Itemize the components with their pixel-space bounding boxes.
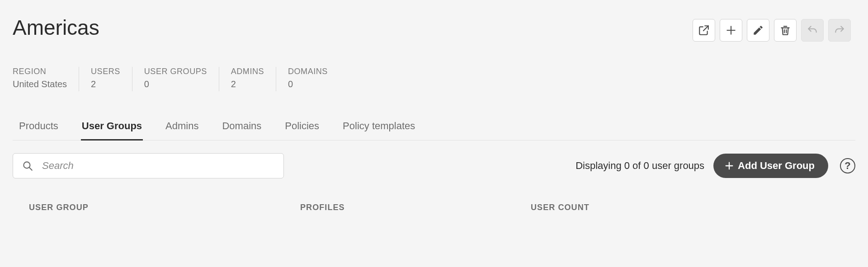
tab-policy-templates[interactable]: Policy templates — [342, 117, 416, 140]
stat-label: USER GROUPS — [144, 67, 207, 76]
add-user-group-button[interactable]: Add User Group — [713, 154, 828, 178]
toolbar — [693, 16, 855, 42]
search-input[interactable] — [13, 153, 284, 178]
tab-user-groups[interactable]: User Groups — [81, 117, 143, 140]
stat-value: 2 — [91, 79, 120, 89]
stat-label: USERS — [91, 67, 120, 76]
tabs: Products User Groups Admins Domains Poli… — [13, 117, 855, 141]
trash-icon — [779, 24, 791, 36]
delete-button[interactable] — [774, 19, 797, 42]
undo-icon — [807, 24, 818, 36]
stat-users: USERS 2 — [91, 67, 132, 91]
page-title: Americas — [13, 16, 99, 39]
add-button[interactable] — [720, 19, 742, 42]
results-count-text: Displaying 0 of 0 user groups — [576, 160, 704, 172]
table-header-row: USER GROUP PROFILES USER COUNT — [13, 203, 855, 212]
tab-admins[interactable]: Admins — [165, 117, 199, 140]
stat-value: United States — [13, 79, 67, 89]
search-icon — [22, 160, 33, 172]
plus-icon — [724, 161, 734, 171]
column-user-count: USER COUNT — [531, 203, 712, 212]
redo-button — [828, 19, 851, 42]
stat-region: REGION United States — [13, 67, 79, 91]
stat-value: 0 — [288, 79, 328, 89]
search-wrap — [13, 153, 284, 178]
add-user-group-label: Add User Group — [738, 160, 815, 172]
help-button[interactable]: ? — [840, 158, 855, 173]
stat-user-groups: USER GROUPS 0 — [144, 67, 219, 91]
stat-value: 2 — [231, 79, 264, 89]
stat-label: DOMAINS — [288, 67, 328, 76]
pencil-icon — [752, 24, 764, 36]
plus-icon — [725, 24, 737, 36]
column-profiles: PROFILES — [300, 203, 531, 212]
stat-domains: DOMAINS 0 — [288, 67, 340, 91]
action-row: Displaying 0 of 0 user groups Add User G… — [13, 153, 855, 178]
tab-policies[interactable]: Policies — [284, 117, 320, 140]
tab-products[interactable]: Products — [18, 117, 59, 140]
column-user-group: USER GROUP — [29, 203, 300, 212]
export-icon — [698, 24, 710, 36]
stats-row: REGION United States USERS 2 USER GROUPS… — [13, 67, 855, 91]
edit-button[interactable] — [747, 19, 769, 42]
stat-label: REGION — [13, 67, 67, 76]
undo-button — [801, 19, 824, 42]
redo-icon — [834, 24, 845, 36]
stat-label: ADMINS — [231, 67, 264, 76]
stat-admins: ADMINS 2 — [231, 67, 276, 91]
svg-line-1 — [29, 168, 32, 170]
export-button[interactable] — [693, 19, 715, 42]
tab-domains[interactable]: Domains — [221, 117, 262, 140]
help-icon: ? — [844, 160, 850, 172]
stat-value: 0 — [144, 79, 207, 89]
